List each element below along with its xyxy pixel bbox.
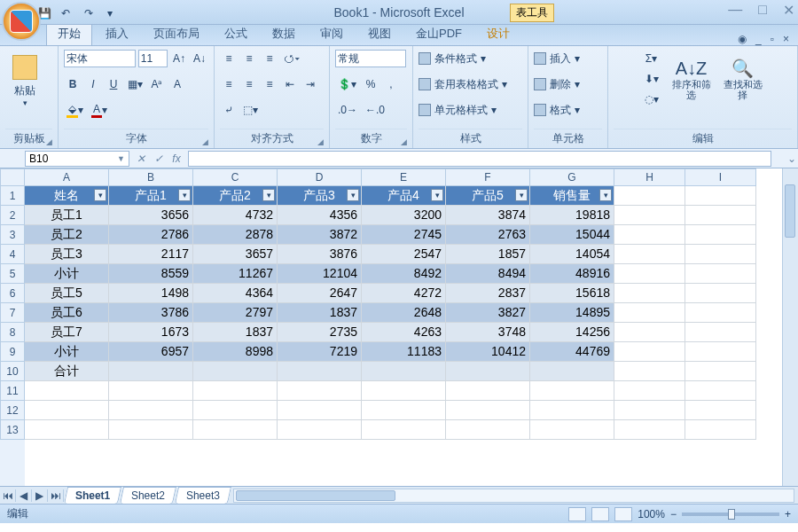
align-left-icon[interactable]: ≡ — [220, 75, 238, 93]
enter-formula-icon[interactable]: ✓ — [151, 151, 167, 167]
cell[interactable] — [614, 225, 685, 245]
tab-design[interactable]: 设计 — [475, 21, 521, 45]
cell[interactable]: 2117 — [109, 245, 193, 264]
cell[interactable]: 小计 — [25, 342, 109, 362]
cell[interactable] — [614, 284, 685, 303]
cell[interactable]: 3656 — [109, 206, 193, 225]
cell[interactable]: 8998 — [193, 342, 278, 362]
delete-cells-button[interactable]: 删除 ▾ — [534, 75, 602, 93]
cell[interactable] — [446, 401, 530, 420]
cell[interactable]: 员工7 — [25, 323, 109, 342]
minimize-ribbon-icon[interactable]: _ — [755, 33, 762, 45]
fx-icon[interactable]: fx — [168, 151, 184, 167]
cell[interactable] — [193, 381, 278, 401]
cell[interactable]: 8559 — [109, 264, 193, 284]
zoom-knob[interactable] — [728, 509, 735, 520]
cell[interactable] — [614, 323, 685, 342]
font-name-combo[interactable] — [64, 50, 136, 67]
cell[interactable] — [25, 401, 109, 420]
decrease-decimal-icon[interactable]: ←.0 — [363, 101, 387, 119]
cell[interactable]: 员工1 — [25, 206, 109, 225]
font-launcher-icon[interactable]: ◢ — [202, 137, 208, 146]
tab-insert[interactable]: 插入 — [94, 21, 140, 45]
zoom-in-icon[interactable]: + — [785, 508, 791, 520]
view-normal-icon[interactable] — [568, 507, 586, 521]
fill-color-button[interactable]: ⬙▾ — [64, 101, 86, 119]
cell[interactable] — [109, 420, 193, 440]
minimize-button[interactable]: — — [728, 2, 742, 19]
column-header[interactable]: F — [446, 168, 530, 186]
cell[interactable]: 2547 — [362, 245, 446, 264]
hscroll-thumb[interactable] — [236, 490, 395, 501]
cell[interactable] — [614, 381, 685, 401]
cell[interactable]: 1837 — [278, 303, 362, 323]
cell[interactable] — [193, 420, 278, 440]
formula-input[interactable] — [188, 151, 771, 167]
cell[interactable] — [685, 381, 756, 401]
cell[interactable]: 14054 — [530, 245, 614, 264]
tab-view[interactable]: 视图 — [356, 21, 403, 45]
column-header[interactable]: I — [685, 168, 756, 186]
sheet-tab[interactable]: Sheet1 — [64, 487, 121, 504]
cell[interactable] — [685, 284, 756, 303]
cell[interactable]: 员工5 — [25, 284, 109, 303]
column-header[interactable]: E — [362, 168, 446, 186]
vertical-scrollbar[interactable] — [782, 168, 798, 486]
row-header[interactable]: 12 — [0, 401, 25, 420]
cell[interactable] — [278, 362, 362, 381]
cell[interactable] — [685, 401, 756, 420]
border-button[interactable]: ▦▾ — [125, 75, 145, 93]
cell[interactable] — [278, 381, 362, 401]
cell[interactable]: 4272 — [362, 284, 446, 303]
indent-decrease-icon[interactable]: ⇤ — [281, 75, 299, 93]
percent-icon[interactable]: % — [362, 75, 379, 93]
close-button[interactable]: ✕ — [783, 2, 794, 19]
cell[interactable] — [530, 362, 614, 381]
cell[interactable]: 员工2 — [25, 225, 109, 245]
column-header[interactable]: H — [614, 168, 685, 186]
cell[interactable]: 10412 — [446, 342, 530, 362]
cell[interactable]: 合计 — [25, 362, 109, 381]
cell[interactable] — [614, 401, 685, 420]
bold-button[interactable]: B — [64, 75, 82, 93]
name-box[interactable]: B10▼ — [25, 151, 129, 167]
find-select-button[interactable]: 🔍 查找和选择 — [722, 52, 764, 106]
clear-icon[interactable]: ◌▾ — [642, 90, 661, 108]
cell[interactable] — [685, 245, 756, 264]
insert-cells-button[interactable]: 插入 ▾ — [534, 50, 602, 67]
cell[interactable] — [614, 342, 685, 362]
cell[interactable] — [530, 401, 614, 420]
cell[interactable] — [614, 362, 685, 381]
column-header[interactable]: B — [109, 168, 193, 186]
cell[interactable] — [685, 420, 756, 440]
sheet-tab[interactable]: Sheet3 — [175, 487, 231, 504]
cell[interactable] — [685, 342, 756, 362]
tab-layout[interactable]: 页面布局 — [142, 21, 211, 45]
ribbon-close-icon[interactable]: × — [783, 33, 789, 45]
cell[interactable]: 员工6 — [25, 303, 109, 323]
cell[interactable]: 8494 — [446, 264, 530, 284]
merge-cells-icon[interactable]: ⬚▾ — [240, 101, 261, 119]
conditional-format-button[interactable]: 条件格式 ▾ — [419, 50, 522, 67]
filter-button[interactable]: ▾ — [431, 189, 443, 201]
cell[interactable]: 2837 — [446, 284, 530, 303]
cell[interactable]: 4356 — [278, 206, 362, 225]
autosum-icon[interactable]: Σ▾ — [642, 50, 661, 67]
cell[interactable]: 1673 — [109, 323, 193, 342]
cell[interactable] — [25, 381, 109, 401]
filter-button[interactable]: ▾ — [347, 189, 359, 201]
cell[interactable]: 3748 — [446, 323, 530, 342]
number-format-combo[interactable] — [335, 50, 406, 67]
cell[interactable]: 8492 — [362, 264, 446, 284]
cancel-formula-icon[interactable]: ✕ — [133, 151, 149, 167]
cell[interactable] — [685, 225, 756, 245]
cell[interactable] — [193, 401, 278, 420]
cell[interactable] — [614, 420, 685, 440]
cell[interactable]: 产品2▾ — [193, 186, 278, 206]
cell[interactable] — [530, 420, 614, 440]
filter-button[interactable]: ▾ — [94, 189, 106, 201]
number-launcher-icon[interactable]: ◢ — [401, 137, 407, 146]
horizontal-scrollbar[interactable] — [233, 489, 794, 503]
cell[interactable] — [614, 245, 685, 264]
cell[interactable]: 6957 — [109, 342, 193, 362]
